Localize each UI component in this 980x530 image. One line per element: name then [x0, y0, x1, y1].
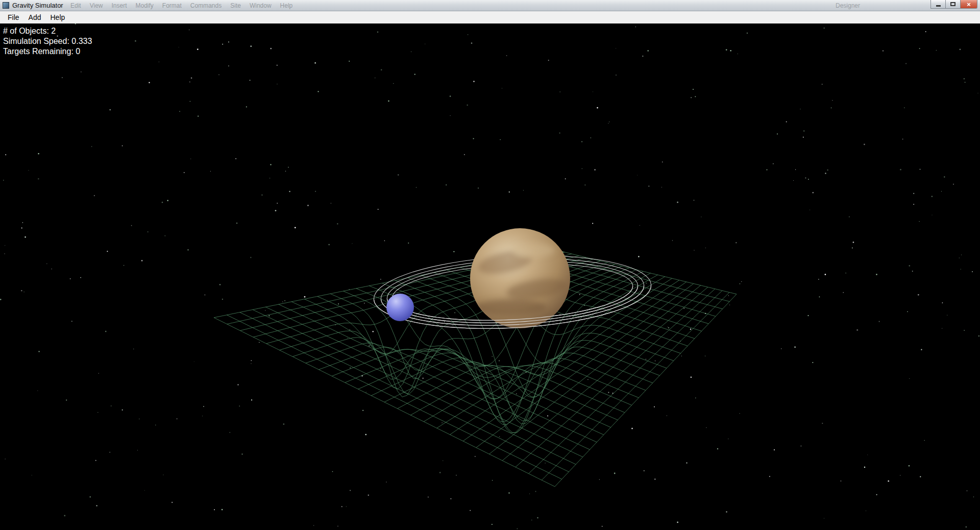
menu-bar: FileAddHelp [0, 11, 980, 23]
planet[interactable] [470, 228, 570, 328]
ghost-menu-item: Format [162, 2, 182, 9]
ghost-workspace-label: Designer [836, 0, 860, 11]
menu-file[interactable]: File [3, 12, 24, 23]
scene-canvas[interactable] [0, 23, 980, 530]
minimize-icon [936, 5, 941, 7]
close-button[interactable]: × [960, 0, 977, 9]
simulation-viewport[interactable]: # of Objects: 2Simulation Speed: 0.333Ta… [0, 23, 980, 530]
hud-row: # of Objects: 2 [3, 26, 92, 36]
app-icon [3, 2, 9, 9]
ghost-menu-item: View [90, 2, 103, 9]
close-icon: × [967, 1, 971, 8]
ghost-menu-item: Insert [111, 2, 127, 9]
moon[interactable] [386, 294, 414, 321]
maximize-icon [950, 2, 955, 6]
window-title: Gravity Simulator [12, 2, 63, 9]
window-controls: × [931, 0, 977, 9]
hud-row: Targets Remaining: 0 [3, 46, 92, 57]
ghost-menu-item: Site [230, 2, 241, 9]
ghost-menu-item: Modify [136, 2, 154, 9]
menu-help[interactable]: Help [45, 12, 69, 23]
menu-add[interactable]: Add [24, 12, 46, 23]
app-window: Gravity Simulator EditViewInsertModifyFo… [0, 0, 980, 530]
ghost-menu-item: Help [280, 2, 293, 9]
hud: # of Objects: 2Simulation Speed: 0.333Ta… [3, 26, 92, 57]
ghost-menu-item: Edit [70, 2, 81, 9]
hud-row: Simulation Speed: 0.333 [3, 36, 92, 46]
ghost-menu-item: Commands [190, 2, 222, 9]
ghost-menu: EditViewInsertModifyFormatCommandsSiteWi… [70, 0, 292, 11]
ghost-menu-item: Window [250, 2, 272, 9]
minimize-button[interactable] [930, 0, 946, 9]
maximize-button[interactable] [945, 0, 961, 9]
titlebar: Gravity Simulator EditViewInsertModifyFo… [0, 0, 980, 11]
